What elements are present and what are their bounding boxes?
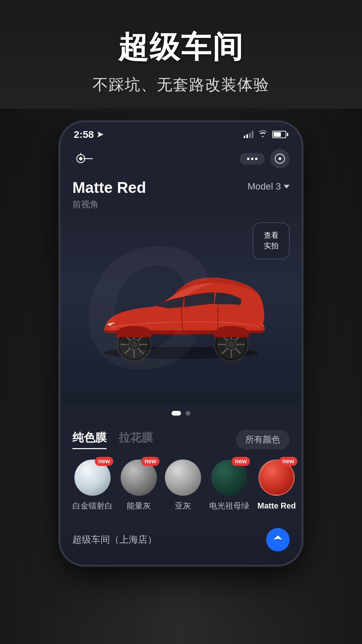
swatch-container: new [121,460,157,496]
swatch-container [165,460,201,496]
swatch-label-light-gray: 亚灰 [175,500,191,511]
status-time: 2:58 ➤ [74,129,103,140]
app-logo [72,150,96,167]
car-name-section: Matte Red 前视角 [72,178,146,210]
more-options-button[interactable] [240,153,265,165]
car-display-area: C [60,210,302,405]
swatch-label-energy-gray: 能量灰 [127,500,151,511]
bottom-nav: 超级车间（上海店） [60,521,302,565]
target-button[interactable] [270,149,290,168]
swatch-dark-green[interactable]: new 电光祖母绿 [209,460,249,511]
background-letter: C [80,220,206,395]
svg-point-30 [228,341,235,348]
location-icon: ➤ [97,130,103,139]
color-sphere-light-gray [165,460,201,496]
page-sub-title: 不踩坑、无套路改装体验 [13,74,349,95]
signal-icon [244,131,253,138]
pagination-dot-1[interactable] [172,411,181,416]
header-actions [240,149,290,168]
swatch-label-dark-green: 电光祖母绿 [209,500,249,511]
phone-frame: 2:58 ➤ [60,122,302,565]
target-icon [275,154,285,164]
three-dots-icon [247,158,257,160]
swatch-label-platinum-white: 白金镭射白 [72,500,113,511]
new-badge: new [95,457,113,466]
status-bar: 2:58 ➤ [60,122,302,144]
model-selector[interactable]: Model 3 [247,181,290,192]
page-main-title: 超级车间 [13,27,349,68]
pagination-dots [60,405,302,422]
swatch-container: new [211,460,247,496]
swatch-light-gray[interactable]: 亚灰 [165,460,201,511]
new-badge: new [232,457,250,466]
swatch-energy-gray[interactable]: new 能量灰 [121,460,157,511]
svg-point-3 [79,157,82,160]
app-header [60,144,302,175]
store-label: 超级车间（上海店） [72,533,157,546]
wifi-icon [258,130,267,139]
real-photo-button[interactable]: 查看实拍 [253,222,290,259]
status-icons [244,130,288,139]
color-swatches-row: new 白金镭射白 new 能量灰 亚灰 [60,456,302,521]
swatch-label-matte-red: Matte Red [257,500,296,511]
tab-solid-film[interactable]: 纯色膜 [72,430,107,449]
real-photo-label: 查看实拍 [264,230,279,251]
swatch-matte-red[interactable]: new Matte Red [257,460,296,511]
tab-group: 纯色膜 拉花膜 [72,430,153,449]
swatch-container: new [74,460,111,496]
filter-tabs: 纯色膜 拉花膜 所有颜色 [60,422,302,456]
chevron-down-icon [284,185,290,189]
location-share-button[interactable] [266,528,290,551]
model-name: Model 3 [247,181,281,192]
car-info-header: Matte Red 前视角 Model 3 [60,175,302,210]
pagination-dot-2[interactable] [186,411,190,416]
swatch-container: new [258,460,295,496]
car-color-name: Matte Red [72,178,146,197]
bottom-icons [266,528,290,551]
car-view-label: 前视角 [72,199,146,210]
phone-body: 2:58 ➤ [60,122,302,565]
all-colors-button[interactable]: 所有颜色 [236,430,290,449]
tab-patterned-film[interactable]: 拉花膜 [119,430,153,449]
new-badge: new [279,457,297,466]
battery-icon [272,131,288,138]
new-badge: new [141,457,160,466]
swatch-platinum-white[interactable]: new 白金镭射白 [72,460,113,511]
